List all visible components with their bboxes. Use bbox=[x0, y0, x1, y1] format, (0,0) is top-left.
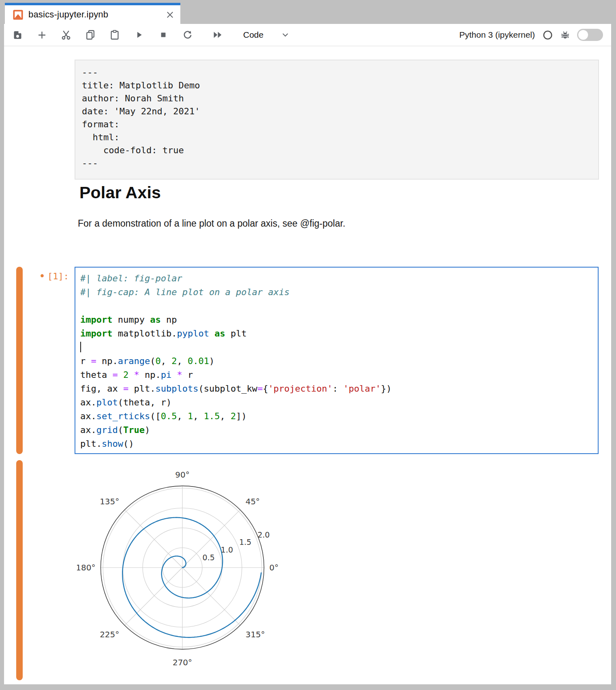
output-collapser[interactable] bbox=[16, 460, 23, 680]
tab-title: basics-jupyter.ipynb bbox=[28, 9, 165, 20]
kernel-status-icon[interactable] bbox=[542, 30, 553, 41]
paste-cells-button[interactable] bbox=[109, 29, 121, 41]
interrupt-kernel-button[interactable] bbox=[157, 29, 169, 41]
stop-icon bbox=[158, 30, 169, 40]
markdown-heading: Polar Axis bbox=[79, 183, 161, 202]
code-editor[interactable]: #| label: fig-polar#| fig-cap: A line pl… bbox=[75, 268, 598, 455]
notebook-file-icon bbox=[13, 10, 23, 20]
chevron-down-icon bbox=[280, 30, 290, 40]
restart-run-all-button[interactable] bbox=[212, 29, 224, 41]
cell-type-value: Code bbox=[243, 30, 263, 40]
markdown-paragraph: For a demonstration of a line plot on a … bbox=[78, 218, 345, 229]
refresh-icon bbox=[182, 29, 193, 41]
plus-icon bbox=[36, 30, 47, 41]
text-cursor bbox=[80, 342, 81, 352]
raw-cell[interactable]: --- title: Matplotlib Demo author: Norah… bbox=[75, 60, 599, 180]
unsaved-changes-dot: • bbox=[39, 270, 45, 282]
copy-icon bbox=[85, 29, 96, 41]
insert-cell-button[interactable] bbox=[36, 29, 48, 41]
copy-cells-button[interactable] bbox=[84, 29, 96, 41]
svg-text:270°: 270° bbox=[173, 658, 192, 667]
close-icon[interactable] bbox=[165, 10, 175, 19]
svg-text:1.0: 1.0 bbox=[221, 545, 233, 554]
debugger-bug-icon[interactable] bbox=[560, 30, 571, 41]
svg-text:225°: 225° bbox=[100, 630, 119, 639]
kernel-name[interactable]: Python 3 (ipykernel) bbox=[459, 30, 535, 40]
code-line[interactable]: plt.show() bbox=[80, 437, 593, 451]
code-line[interactable]: import numpy as np bbox=[80, 313, 593, 327]
svg-text:1.5: 1.5 bbox=[239, 538, 251, 546]
code-line[interactable]: fig, ax = plt.subplots(subplot_kw={'proj… bbox=[80, 382, 593, 396]
cut-cells-button[interactable] bbox=[60, 29, 72, 41]
code-line[interactable] bbox=[80, 341, 593, 354]
restart-kernel-button[interactable] bbox=[182, 29, 194, 41]
svg-text:0.5: 0.5 bbox=[203, 553, 215, 562]
code-line[interactable] bbox=[80, 299, 593, 313]
svg-text:135°: 135° bbox=[100, 497, 119, 506]
code-line[interactable]: ax.set_rticks([0.5, 1, 1.5, 2]) bbox=[80, 409, 593, 423]
floppy-icon bbox=[12, 30, 23, 41]
run-cell-button[interactable] bbox=[133, 29, 145, 41]
fast-forward-icon bbox=[212, 29, 224, 41]
polar-plot-output: 0.51.01.52.00°45°90°135°180°225°270°315° bbox=[77, 462, 288, 673]
code-cell-collapser[interactable] bbox=[16, 267, 23, 454]
execution-count: [1]: bbox=[47, 271, 69, 281]
svg-text:90°: 90° bbox=[175, 470, 189, 480]
svg-text:45°: 45° bbox=[246, 497, 260, 506]
code-line[interactable]: r = np.arange(0, 2, 0.01) bbox=[80, 354, 593, 368]
save-button[interactable] bbox=[11, 29, 24, 41]
notebook-tab[interactable]: basics-jupyter.ipynb bbox=[5, 3, 180, 24]
notebook-toolbar: Code Python 3 (ipykernel) bbox=[4, 24, 611, 46]
svg-text:2.0: 2.0 bbox=[257, 530, 270, 539]
scissors-icon bbox=[60, 29, 72, 41]
code-cell[interactable]: #| label: fig-polar#| fig-cap: A line pl… bbox=[75, 267, 599, 454]
svg-text:180°: 180° bbox=[77, 563, 96, 572]
code-line[interactable]: import matplotlib.pyplot as plt bbox=[80, 327, 593, 341]
code-line[interactable]: ax.plot(theta, r) bbox=[80, 396, 593, 409]
jupyter-window: { "tab": { "title": "basics-jupyter.ipyn… bbox=[0, 0, 616, 690]
code-line[interactable]: ax.grid(True) bbox=[80, 423, 593, 437]
code-line[interactable]: theta = 2 * np.pi * r bbox=[80, 368, 593, 382]
clipboard-icon bbox=[109, 29, 120, 41]
raw-cell-text[interactable]: --- title: Matplotlib Demo author: Norah… bbox=[75, 60, 598, 176]
code-line[interactable]: #| fig-cap: A line plot on a polar axis bbox=[80, 285, 593, 299]
toggle-knob bbox=[578, 30, 588, 40]
play-icon bbox=[134, 30, 144, 40]
code-line[interactable]: #| label: fig-polar bbox=[80, 272, 593, 285]
simple-mode-toggle[interactable] bbox=[577, 29, 603, 41]
svg-text:315°: 315° bbox=[246, 630, 265, 639]
execution-prompt: •[1]: bbox=[21, 269, 69, 283]
cell-type-select[interactable]: Code bbox=[243, 30, 290, 40]
svg-text:0°: 0° bbox=[270, 563, 279, 572]
